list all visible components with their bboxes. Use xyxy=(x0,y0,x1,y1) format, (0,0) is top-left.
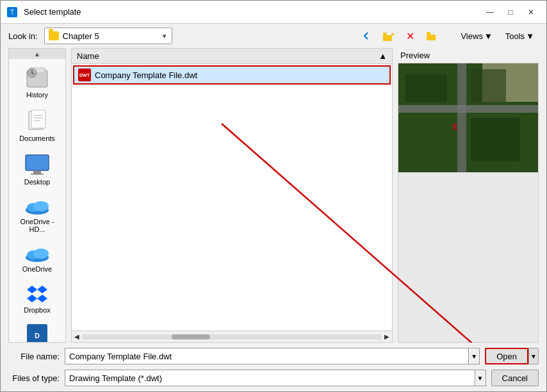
desktop-icon xyxy=(24,152,50,176)
svg-text:T: T xyxy=(10,9,14,16)
sidebar-item-label-dropbox: Dropbox xyxy=(24,306,51,314)
look-in-label: Look in: xyxy=(8,31,38,41)
svg-rect-16 xyxy=(33,170,41,174)
file-type-input[interactable] xyxy=(65,370,475,386)
svg-rect-5 xyxy=(427,32,430,35)
dwt-file-icon: DWT xyxy=(78,69,91,81)
sidebar: ▲ History xyxy=(8,48,66,343)
svg-rect-2 xyxy=(383,35,392,41)
preview-area: Preview xyxy=(398,48,539,343)
svg-marker-25 xyxy=(37,286,47,293)
folder-icon xyxy=(49,31,59,40)
file-list-header: Name ▲ xyxy=(71,48,393,63)
window-controls: — □ ✕ xyxy=(480,3,541,21)
file-type-label: Files of type: xyxy=(8,373,60,383)
column-name-header: Name xyxy=(77,51,99,61)
scroll-right-arrow[interactable]: ▶ xyxy=(384,333,389,340)
look-in-chevron: ▼ xyxy=(161,33,168,40)
open-button[interactable]: Open xyxy=(485,348,528,364)
svg-rect-11 xyxy=(31,110,45,128)
onedrive-icon xyxy=(24,243,50,263)
autodesk-icon: D xyxy=(27,324,47,343)
svg-rect-17 xyxy=(31,174,44,175)
dialog-title: Select template xyxy=(24,7,480,17)
dropbox-icon xyxy=(27,283,47,304)
cancel-button[interactable]: Cancel xyxy=(491,370,539,386)
new-folder-button[interactable]: + xyxy=(423,28,441,44)
toolbar: Look in: Chapter 5 ▼ ✕ + xyxy=(1,24,546,48)
sidebar-item-documents[interactable]: Documents xyxy=(9,102,65,146)
svg-text:+: + xyxy=(434,35,437,41)
main-area: ▲ History xyxy=(1,48,546,343)
svg-point-20 xyxy=(33,201,49,211)
file-list-scrollbar[interactable]: ◀ ▶ xyxy=(71,331,393,343)
file-type-input-wrapper: ▼ xyxy=(65,370,486,386)
file-type-row: Files of type: ▼ Cancel xyxy=(8,370,539,386)
sidebar-item-label-history: History xyxy=(26,91,48,99)
file-name-dropdown[interactable]: ▼ xyxy=(468,348,480,364)
dialog-window: T Select template — □ ✕ Look in: Chapter… xyxy=(0,0,547,392)
tools-label: Tools xyxy=(505,31,525,41)
preview-box xyxy=(398,63,539,343)
scrollbar-track[interactable] xyxy=(82,334,382,339)
sidebar-item-label-documents: Documents xyxy=(19,135,55,142)
open-button-group: Open ▼ xyxy=(485,348,539,364)
sidebar-item-label-desktop: Desktop xyxy=(24,178,50,186)
close-button[interactable]: ✕ xyxy=(521,3,541,21)
sidebar-item-history[interactable]: History xyxy=(9,59,65,102)
file-name-row: File name: ▼ Open ▼ xyxy=(8,348,539,364)
sidebar-item-desktop[interactable]: Desktop xyxy=(9,146,65,190)
bottom-area: File name: ▼ Open ▼ Files of type: ▼ Can… xyxy=(1,343,546,391)
file-name-input[interactable] xyxy=(65,348,468,364)
views-chevron: ▼ xyxy=(484,31,493,41)
file-item-company-template[interactable]: DWT Company Template File.dwt xyxy=(73,65,391,85)
preview-image xyxy=(398,63,538,172)
sort-arrow: ▲ xyxy=(379,51,387,61)
maximize-button[interactable]: □ xyxy=(500,3,521,21)
history-icon xyxy=(24,65,50,88)
file-item-name: Company Template File.dwt xyxy=(95,70,197,80)
svg-marker-24 xyxy=(27,286,37,293)
delete-button[interactable]: ✕ xyxy=(401,28,419,44)
back-button[interactable] xyxy=(357,28,375,44)
svg-point-23 xyxy=(33,249,49,259)
views-button[interactable]: Views ▼ xyxy=(456,28,496,44)
title-bar: T Select template — □ ✕ xyxy=(1,1,546,24)
file-list[interactable]: DWT Company Template File.dwt xyxy=(71,63,393,331)
onedrive-hd-icon xyxy=(24,196,50,215)
sidebar-scroll-up[interactable]: ▲ xyxy=(9,49,65,59)
sidebar-item-label-onedrive: OneDrive xyxy=(22,265,52,273)
look-in-dropdown[interactable]: Chapter 5 ▼ xyxy=(44,28,172,44)
preview-label: Preview xyxy=(398,48,539,63)
file-type-dropdown[interactable]: ▼ xyxy=(475,370,486,386)
sidebar-item-onedrive-hd[interactable]: OneDrive - HD... xyxy=(9,190,65,237)
sidebar-item-label-onedrive-hd: OneDrive - HD... xyxy=(12,218,63,233)
file-area: Name ▲ DWT Company Template File.dwt ◀ xyxy=(71,48,393,343)
app-icon: T xyxy=(6,6,19,19)
scrollbar-thumb[interactable] xyxy=(172,334,210,339)
svg-marker-26 xyxy=(27,295,37,302)
documents-icon xyxy=(25,109,49,132)
open-button-arrow[interactable]: ▼ xyxy=(528,348,539,364)
file-name-label: File name: xyxy=(8,352,60,361)
sidebar-item-onedrive[interactable]: OneDrive xyxy=(9,237,65,277)
main-wrapper: ▲ History xyxy=(1,48,546,343)
up-button[interactable] xyxy=(379,28,397,44)
svg-rect-15 xyxy=(26,155,49,170)
minimize-button[interactable]: — xyxy=(480,3,500,21)
tools-button[interactable]: Tools ▼ xyxy=(501,28,539,44)
views-label: Views xyxy=(461,31,482,41)
tools-chevron: ▼ xyxy=(526,31,534,41)
scroll-left-arrow[interactable]: ◀ xyxy=(74,333,79,340)
look-in-current: Chapter 5 xyxy=(63,31,158,41)
svg-marker-28 xyxy=(37,295,47,299)
file-name-input-wrapper: ▼ xyxy=(65,348,480,364)
svg-rect-3 xyxy=(383,33,387,36)
sidebar-item-dropbox[interactable]: Dropbox xyxy=(9,277,65,318)
sidebar-item-autodesk[interactable]: D Autodesk Docs xyxy=(9,318,65,343)
